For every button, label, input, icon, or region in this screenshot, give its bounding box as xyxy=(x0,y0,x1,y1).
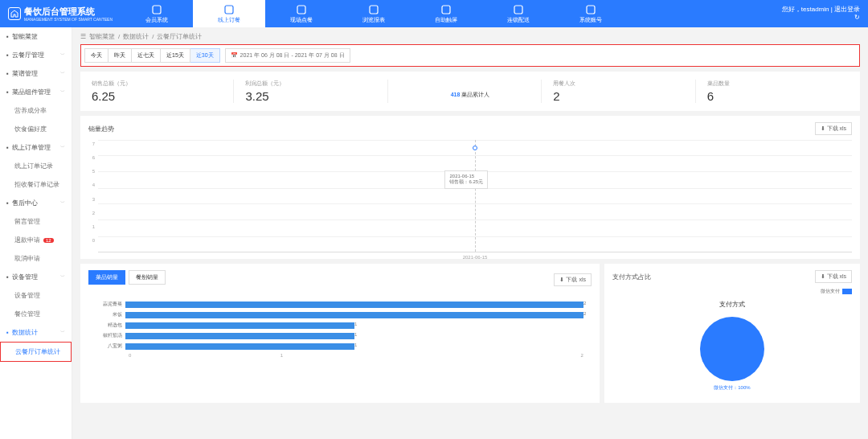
date-option-3[interactable]: 近15天 xyxy=(161,48,190,63)
bar[interactable] xyxy=(125,302,583,308)
bar[interactable] xyxy=(125,312,583,318)
trend-title: 销量趋势 xyxy=(88,125,114,133)
nav-item-5[interactable]: 连锁配送 xyxy=(482,0,555,27)
nav-item-6[interactable]: 系统账号 xyxy=(555,0,627,27)
refresh-icon[interactable]: ↻ xyxy=(854,14,860,21)
nav-item-3[interactable]: 浏览报表 xyxy=(338,0,410,27)
svg-rect-5 xyxy=(514,6,522,14)
date-filter-bar: 今天昨天近七天近15天近30天📅2021 年 06 月 08 日 - 2021 … xyxy=(80,44,860,67)
sidebar-item-10[interactable]: 留言管理 xyxy=(0,212,72,231)
sidebar-item-3[interactable]: ▪菜品组件管理﹀ xyxy=(0,83,72,101)
target-icon xyxy=(296,4,307,15)
nav-item-4[interactable]: 自助触屏 xyxy=(410,0,482,27)
trend-yaxis: 76543210 xyxy=(88,140,98,252)
stat-1: 利润总额（元）3.25 xyxy=(233,80,387,103)
logo-icon xyxy=(8,7,21,20)
content: ☰ 智能菜篮 / 数据统计 / 云餐厅订单统计 今天昨天近七天近15天近30天📅… xyxy=(72,27,868,439)
breadcrumb-icon: ☰ xyxy=(80,33,86,40)
bar-xaxis: 012 xyxy=(129,353,583,358)
sales-tab-1[interactable]: 餐别销量 xyxy=(129,270,166,285)
trend-download-button[interactable]: ⬇下载 xls xyxy=(815,122,853,135)
bar[interactable] xyxy=(125,333,354,339)
bar[interactable] xyxy=(125,343,354,350)
bar[interactable] xyxy=(125,322,354,329)
sidebar-item-1[interactable]: ▪云餐厅管理﹀ xyxy=(0,46,72,64)
payment-download-button[interactable]: ⬇下载 xls xyxy=(815,270,853,283)
date-option-0[interactable]: 今天 xyxy=(84,48,108,63)
menu-icon: ▪ xyxy=(6,273,9,281)
menu-icon: ▪ xyxy=(6,88,9,96)
bar-row-4: 八宝粥1 xyxy=(96,343,583,350)
sidebar-item-2[interactable]: ▪菜谱管理﹀ xyxy=(0,64,72,83)
menu-icon: ▪ xyxy=(6,329,9,336)
trend-data-point[interactable] xyxy=(473,146,477,150)
bc-0[interactable]: 智能菜篮 xyxy=(89,32,115,41)
shop-icon xyxy=(223,4,235,15)
sidebar: ▪智能菜篮▪云餐厅管理﹀▪菜谱管理﹀▪菜品组件管理﹀营养成分率饮食偏好度▪线上订… xyxy=(0,27,72,439)
logo-title: 餐饮后台管理系统 xyxy=(24,6,95,16)
trend-chart: 76543210 2021-06-15 销售额：6.25元 2021-0 xyxy=(88,140,852,252)
stats-link[interactable]: 418 菜品累计人 xyxy=(387,80,541,103)
sidebar-item-15[interactable]: 餐位管理 xyxy=(0,305,72,323)
date-option-2[interactable]: 近七天 xyxy=(132,48,161,63)
sidebar-item-4[interactable]: 营养成分率 xyxy=(0,101,72,120)
chevron-down-icon: ﹀ xyxy=(60,329,65,336)
nav-item-2[interactable]: 现场点餐 xyxy=(265,0,338,27)
logo: 餐饮后台管理系统 MANAGEMENT SYSTEM OF SMART CANT… xyxy=(0,6,121,22)
date-option-1[interactable]: 昨天 xyxy=(108,48,132,63)
bar-row-1: 米饭2 xyxy=(96,311,583,318)
chevron-down-icon: ﹀ xyxy=(60,144,65,151)
sidebar-item-14[interactable]: 设备管理 xyxy=(0,286,72,305)
trend-card: 销量趋势 ⬇下载 xls 76543210 2021-06-15 xyxy=(80,116,860,259)
menu-icon: ▪ xyxy=(6,33,9,40)
sales-bar-chart: 蒜泥青菜2米饭2精选包1椒杆茄汤1八宝粥1012 xyxy=(88,294,592,369)
svg-rect-4 xyxy=(442,6,450,14)
bar-row-0: 蒜泥青菜2 xyxy=(96,301,583,308)
sales-download-button[interactable]: ⬇下载 xls xyxy=(554,273,592,286)
logout-link[interactable]: 退出登录 xyxy=(834,6,860,13)
stats-row: 销售总额（元）6.25利润总额（元）3.25418 菜品累计人用餐人次2菜品数量… xyxy=(80,72,860,111)
svg-rect-0 xyxy=(153,6,161,14)
bc-2: 云餐厅订单统计 xyxy=(157,32,202,41)
sidebar-item-5[interactable]: 饮食偏好度 xyxy=(0,120,72,138)
top-nav: 会员系统线上订餐现场点餐浏览报表自助触屏连锁配送系统账号 xyxy=(121,0,774,27)
legend-label: 微信支付 xyxy=(821,288,840,295)
menu-icon: ▪ xyxy=(6,51,9,59)
sidebar-item-0[interactable]: ▪智能菜篮 xyxy=(0,27,72,46)
menu-icon: ▪ xyxy=(6,70,9,77)
nav-item-0[interactable]: 会员系统 xyxy=(121,0,193,27)
greeting: 您好，testadmin xyxy=(782,6,829,13)
chevron-down-icon: ﹀ xyxy=(60,199,65,207)
sidebar-item-16[interactable]: ▪数据统计﹀ xyxy=(0,323,72,342)
pie-chart[interactable] xyxy=(700,317,764,381)
stat-2: 用餐人次2 xyxy=(541,80,694,103)
payment-legend: 微信支付 xyxy=(612,288,852,295)
bc-1[interactable]: 数据统计 xyxy=(123,32,149,41)
sidebar-item-8[interactable]: 拒收餐订单记录 xyxy=(0,175,72,194)
smile-icon xyxy=(151,4,162,15)
trend-plot: 2021-06-15 销售额：6.25元 2021-06-15 xyxy=(98,140,852,252)
trend-tooltip: 2021-06-15 销售额：6.25元 xyxy=(444,170,488,189)
top-header: 餐饮后台管理系统 MANAGEMENT SYSTEM OF SMART CANT… xyxy=(0,0,868,27)
date-range-picker[interactable]: 📅2021 年 06 月 08 日 - 2021 年 07 月 08 日 xyxy=(225,48,350,63)
bar-row-2: 精选包1 xyxy=(96,322,583,329)
sidebar-item-6[interactable]: ▪线上订单管理﹀ xyxy=(0,138,72,157)
calendar-icon: 📅 xyxy=(231,52,238,59)
sidebar-item-11[interactable]: 退款申请12 xyxy=(0,231,72,249)
sales-tab-0[interactable]: 菜品销量 xyxy=(88,270,125,285)
pie-slice-label: 微信支付：100% xyxy=(612,384,852,392)
logo-subtitle: MANAGEMENT SYSTEM OF SMART CANTEEN xyxy=(24,17,113,22)
sidebar-item-13[interactable]: ▪设备管理﹀ xyxy=(0,268,72,286)
svg-rect-1 xyxy=(225,6,233,14)
chevron-down-icon: ﹀ xyxy=(60,88,65,96)
eye-icon xyxy=(368,4,379,15)
badge: 12 xyxy=(43,238,54,243)
sidebar-item-9[interactable]: ▪售后中心﹀ xyxy=(0,194,72,212)
sidebar-item-12[interactable]: 取消申请 xyxy=(0,249,72,268)
date-option-4[interactable]: 近30天 xyxy=(190,48,220,63)
sidebar-item-7[interactable]: 线上订单记录 xyxy=(0,157,72,175)
screen-icon xyxy=(440,4,452,15)
stat-0: 销售总额（元）6.25 xyxy=(92,80,233,103)
sidebar-item-17[interactable]: 云餐厅订单统计 xyxy=(0,342,72,362)
nav-item-1[interactable]: 线上订餐 xyxy=(193,0,265,27)
